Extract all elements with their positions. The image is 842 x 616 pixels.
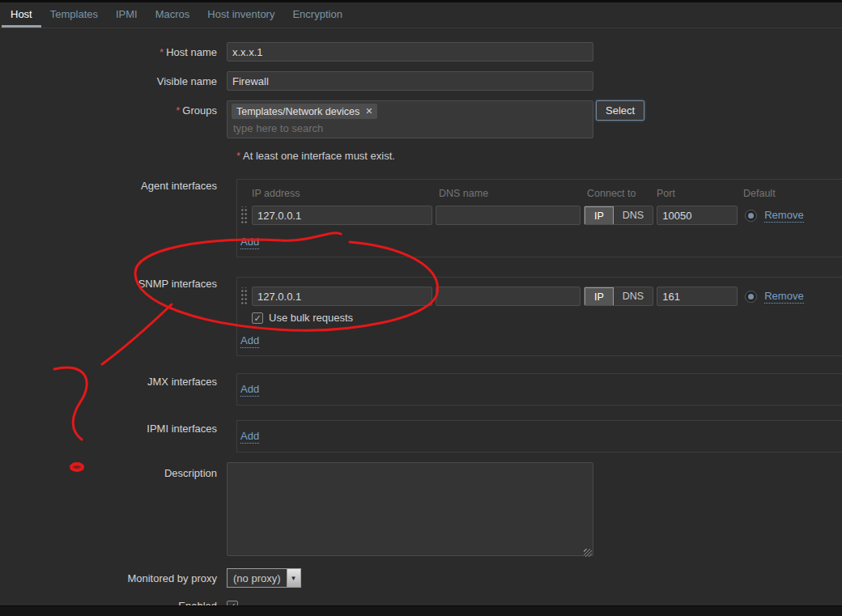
page-bottom-strip <box>0 605 842 616</box>
host-config-form: *Host name Visible name *Groups Template… <box>0 28 842 616</box>
agent-dns-input[interactable] <box>436 206 580 225</box>
agent-interfaces-label: Agent interfaces <box>0 172 227 192</box>
jmx-interfaces-label: JMX interfaces <box>0 366 227 388</box>
snmp-add-link[interactable]: Add <box>240 334 259 348</box>
group-chip: Templates/Network devices ✕ <box>232 104 377 119</box>
description-textarea[interactable] <box>227 462 593 556</box>
proxy-label: Monitored by proxy <box>0 572 227 584</box>
interface-required-note: *At least one interface must exist. <box>236 150 842 162</box>
jmx-add-link[interactable]: Add <box>240 383 259 397</box>
host-name-input[interactable] <box>227 42 593 62</box>
host-name-label: *Host name <box>0 46 227 58</box>
snmp-default-radio[interactable] <box>745 291 757 303</box>
snmp-connect-toggle: IP DNS <box>584 287 653 306</box>
dropdown-arrow-icon[interactable]: ▼ <box>287 569 300 587</box>
snmp-interfaces-block: IP DNS Remove ✓ Use bulk requests Add <box>236 277 842 356</box>
drag-handle-icon[interactable] <box>240 287 248 305</box>
agent-interfaces-block: IP address DNS name Connect to Port Defa… <box>236 179 842 257</box>
drag-handle-icon[interactable] <box>240 206 248 224</box>
remove-chip-icon[interactable]: ✕ <box>365 106 372 117</box>
form-tabbar: Host Templates IPMI Macros Host inventor… <box>0 2 842 28</box>
tab-macros[interactable]: Macros <box>147 2 199 28</box>
agent-remove-link[interactable]: Remove <box>764 209 803 223</box>
ipmi-interfaces-block: Add <box>236 420 842 452</box>
proxy-select[interactable]: (no proxy) ▼ <box>227 568 301 588</box>
col-header-dns: DNS name <box>439 188 587 199</box>
jmx-interfaces-block: Add <box>236 373 842 406</box>
interface-column-headers: IP address DNS name Connect to Port Defa… <box>240 188 842 199</box>
agent-connect-toggle: IP DNS <box>584 206 653 225</box>
col-header-connect: Connect to <box>587 188 657 199</box>
tab-host-inventory[interactable]: Host inventory <box>198 2 283 28</box>
groups-label: *Groups <box>0 100 227 117</box>
snmp-ip-input[interactable] <box>252 287 432 306</box>
agent-port-input[interactable] <box>657 206 738 225</box>
agent-add-link[interactable]: Add <box>240 236 259 249</box>
tab-templates[interactable]: Templates <box>41 2 107 28</box>
bulk-requests-row: ✓ Use bulk requests <box>252 312 842 324</box>
connect-dns-option[interactable]: DNS <box>614 287 653 305</box>
col-header-port: Port <box>657 188 743 199</box>
snmp-interface-row: IP DNS Remove <box>240 287 842 306</box>
agent-interface-row: IP DNS Remove <box>240 206 842 225</box>
ipmi-add-link[interactable]: Add <box>240 430 259 444</box>
proxy-selected-value: (no proxy) <box>228 572 287 584</box>
required-asterisk: * <box>236 150 240 162</box>
agent-ip-input[interactable] <box>252 206 432 225</box>
snmp-port-input[interactable] <box>657 287 738 306</box>
required-asterisk: * <box>159 46 164 58</box>
bulk-requests-label: Use bulk requests <box>269 312 353 324</box>
visible-name-label: Visible name <box>0 75 227 87</box>
visible-name-input[interactable] <box>227 71 593 91</box>
bulk-requests-checkbox[interactable]: ✓ <box>252 312 263 324</box>
snmp-remove-link[interactable]: Remove <box>764 290 803 304</box>
snmp-interfaces-label: SNMP interfaces <box>0 270 227 290</box>
groups-multiselect[interactable]: Templates/Network devices ✕ type here to… <box>227 100 593 138</box>
snmp-dns-input[interactable] <box>436 287 580 306</box>
col-header-default: Default <box>743 188 776 199</box>
col-header-ip: IP address <box>240 188 439 199</box>
required-asterisk: * <box>176 104 180 117</box>
connect-ip-option[interactable]: IP <box>585 287 614 306</box>
ipmi-interfaces-label: IPMI interfaces <box>0 413 227 435</box>
connect-dns-option[interactable]: DNS <box>614 206 653 224</box>
group-chip-label: Templates/Network devices <box>236 106 359 117</box>
groups-select-button[interactable]: Select <box>596 100 644 121</box>
tab-host[interactable]: Host <box>2 2 41 28</box>
tab-ipmi[interactable]: IPMI <box>107 2 147 28</box>
groups-search-placeholder[interactable]: type here to search <box>233 122 587 134</box>
connect-ip-option[interactable]: IP <box>585 206 614 225</box>
description-label: Description <box>0 462 227 479</box>
tab-encryption[interactable]: Encryption <box>283 2 351 28</box>
agent-default-radio[interactable] <box>745 210 757 222</box>
